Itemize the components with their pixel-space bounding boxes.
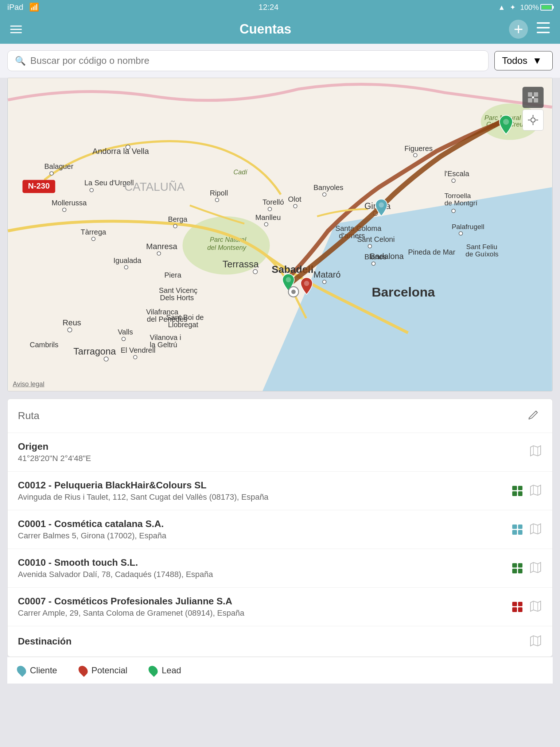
svg-text:Valls: Valls xyxy=(118,328,133,336)
route-item-2: C0010 - Smooth touch S.L. Avenida Salvad… xyxy=(8,549,552,588)
svg-text:Mataró: Mataró xyxy=(314,270,341,279)
route-destination-map-button[interactable] xyxy=(529,634,542,649)
svg-point-81 xyxy=(368,244,372,248)
map-container[interactable]: Parc Natural del Montseny Parc Natural C… xyxy=(7,78,553,391)
route-item-1-map-button[interactable] xyxy=(529,522,542,537)
svg-point-83 xyxy=(372,262,375,266)
add-button[interactable]: + xyxy=(509,20,528,39)
legend-label-cliente: Cliente xyxy=(30,665,57,676)
route-item-3-title: C0007 - Cosméticos Profesionales Juliann… xyxy=(18,596,512,607)
svg-rect-94 xyxy=(528,92,532,97)
svg-rect-3 xyxy=(547,22,550,24)
svg-text:Vilanova i: Vilanova i xyxy=(150,333,181,341)
battery-container: 100% xyxy=(520,3,553,12)
svg-point-68 xyxy=(104,357,108,361)
route-origin-map-button[interactable] xyxy=(529,444,542,460)
svg-text:N-230: N-230 xyxy=(28,181,50,190)
svg-point-91 xyxy=(304,281,309,286)
route-item-3-map-button[interactable] xyxy=(529,600,542,614)
route-origin-label: Origen xyxy=(18,441,529,452)
gps-center-button[interactable] xyxy=(522,109,544,131)
route-item-1: C0001 - Cosmética catalana S.A. Carrer B… xyxy=(8,510,552,549)
svg-text:Sant Boi de: Sant Boi de xyxy=(166,313,204,321)
svg-text:Torelló: Torelló xyxy=(262,198,284,206)
filter-dropdown[interactable]: Todos ▼ xyxy=(494,51,553,70)
list-view-button[interactable] xyxy=(537,22,550,36)
hamburger-menu-button[interactable] xyxy=(10,26,22,33)
svg-text:de Montgrí: de Montgrí xyxy=(444,199,478,207)
svg-text:Cambrils: Cambrils xyxy=(30,341,59,349)
route-item-3: C0007 - Cosméticos Profesionales Juliann… xyxy=(8,588,552,626)
svg-rect-1 xyxy=(537,27,550,28)
legal-notice[interactable]: Aviso legal xyxy=(13,380,44,388)
svg-text:Sant Celoni: Sant Celoni xyxy=(357,235,395,243)
svg-text:Tàrrega: Tàrrega xyxy=(81,228,106,236)
svg-text:Balaguer: Balaguer xyxy=(44,162,74,170)
search-wrapper[interactable]: 🔍 xyxy=(7,50,489,71)
svg-point-77 xyxy=(323,280,326,284)
map-marker-red-barcelona[interactable] xyxy=(299,277,314,297)
svg-text:Torroella: Torroella xyxy=(444,192,471,200)
route-item-0-address: Avinguda de Rius i Taulet, 112, Sant Cug… xyxy=(18,492,512,502)
map-marker-origin xyxy=(288,286,299,299)
svg-point-65 xyxy=(67,328,72,332)
svg-point-89 xyxy=(379,202,384,208)
svg-point-20 xyxy=(62,208,66,212)
svg-text:Mollerussa: Mollerussa xyxy=(51,199,87,207)
svg-point-16 xyxy=(90,188,93,192)
route-destination-label: Destinación xyxy=(18,636,529,647)
route-item-3-address: Carrer Ample, 29, Santa Coloma de Gramen… xyxy=(18,608,512,618)
svg-text:Blanes: Blanes xyxy=(364,253,386,261)
svg-point-26 xyxy=(157,252,161,255)
legend-item-lead: Lead xyxy=(149,665,181,676)
svg-text:Palafrugell: Palafrugell xyxy=(452,223,484,231)
svg-point-37 xyxy=(293,204,297,208)
svg-point-35 xyxy=(264,222,268,226)
svg-text:Terrassa: Terrassa xyxy=(222,259,259,269)
legend-item-potencial: Potencial xyxy=(79,665,128,676)
svg-text:Andorra la Vella: Andorra la Vella xyxy=(93,147,149,156)
satellite-view-button[interactable] xyxy=(522,87,544,108)
route-edit-button[interactable] xyxy=(525,407,542,425)
route-item-3-status-icon xyxy=(512,602,522,612)
battery-percent: 100% xyxy=(520,3,539,12)
svg-text:Pineda de Mar: Pineda de Mar xyxy=(408,248,455,256)
svg-point-24 xyxy=(124,266,128,269)
route-item-1-address: Carrer Balmes 5, Girona (17002), España xyxy=(18,531,512,541)
route-panel: Ruta Origen 41°28'20"N 2°4'48"E xyxy=(7,399,553,657)
route-item-0: C0012 - Peluqueria BlackHair&Colours SL … xyxy=(8,472,552,510)
svg-text:Tarragona: Tarragona xyxy=(73,346,116,356)
legend-pin-blue xyxy=(15,664,28,677)
legend-item-cliente: Cliente xyxy=(18,665,57,676)
map-marker-blue-girona[interactable] xyxy=(374,198,389,218)
route-origin-coordinates: 41°28'20"N 2°4'48"E xyxy=(18,454,529,463)
svg-point-48 xyxy=(452,209,455,213)
nav-right: + xyxy=(509,20,550,39)
search-input[interactable] xyxy=(30,55,481,66)
status-bar: iPad 📶 12:24 ▲ ✦ 100% xyxy=(0,0,560,15)
route-item-2-title: C0010 - Smooth touch S.L. xyxy=(18,557,512,568)
search-area: 🔍 Todos ▼ xyxy=(0,44,560,78)
nav-bar: Cuentas + xyxy=(0,15,560,44)
svg-text:Sant Vicenç: Sant Vicenç xyxy=(159,286,198,294)
svg-point-98 xyxy=(532,96,534,98)
svg-text:Figueres: Figueres xyxy=(404,144,433,152)
svg-text:Dels Horts: Dels Horts xyxy=(160,294,194,302)
map-controls xyxy=(522,87,544,131)
route-item-0-map-button[interactable] xyxy=(529,484,542,498)
svg-point-39 xyxy=(323,193,326,196)
svg-text:del Montseny: del Montseny xyxy=(207,244,246,251)
svg-text:de Guíxols: de Guíxols xyxy=(466,250,499,258)
chevron-down-icon: ▼ xyxy=(532,55,542,66)
svg-text:Ripoll: Ripoll xyxy=(210,189,228,197)
route-item-2-map-button[interactable] xyxy=(529,561,542,575)
svg-point-18 xyxy=(50,171,53,175)
svg-point-88 xyxy=(503,119,509,125)
svg-point-22 xyxy=(92,237,95,241)
wifi-icon: 📶 xyxy=(29,3,39,12)
map-marker-green-top[interactable] xyxy=(498,115,514,136)
svg-point-93 xyxy=(291,290,296,294)
legend-pin-red xyxy=(77,664,89,677)
svg-text:Reus: Reus xyxy=(62,318,81,327)
svg-text:CATALUÑA: CATALUÑA xyxy=(124,180,185,193)
